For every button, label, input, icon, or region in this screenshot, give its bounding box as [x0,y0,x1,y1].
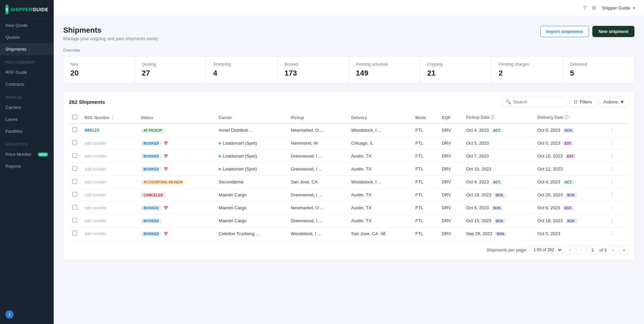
row-checkbox-1[interactable] [72,140,77,145]
user-menu[interactable]: Shipper Guide ▼ [602,5,636,11]
th-carrier: Carrier [215,112,288,124]
page-size-select[interactable]: 1-50 of 262 [529,246,563,254]
row-checkbox-8[interactable] [72,231,77,236]
sidebar-nav-item-new-quote[interactable]: New Quote [0,19,54,31]
delivery-date-3: Oct 12, 2023 [538,166,563,172]
search-icon: 🔍 [506,99,511,104]
row-more-button-7[interactable]: ⋮ [607,217,617,224]
card-tendering[interactable]: Tendering 4 [206,56,278,83]
card-delivered-value: 5 [570,69,627,78]
search-box[interactable]: 🔍 [502,97,567,107]
page-subtitle: Manage your ongoing and past shipments e… [63,36,158,41]
facilities-label: Facilities [5,129,23,134]
delivery-date-4: Oct 4, 2023 ACT. [538,179,574,184]
row-more-button-3[interactable]: ⋮ [607,165,617,173]
info-icon[interactable]: i [5,310,14,319]
bol-add-5[interactable]: add number [85,193,106,197]
row-more-button-5[interactable]: ⋮ [607,191,617,198]
pickup-tag-6: SCH. [491,206,503,210]
card-ongoing[interactable]: Ongoing 21 [420,56,492,83]
card-new-label: New [70,62,128,67]
delivery-2: Austin, TX [351,153,408,159]
app-logo[interactable]: S SHIPPERGUIDE [0,0,54,19]
row-checkbox-6[interactable] [72,205,77,210]
shipments-table-container: 262 Shipments 🔍 ☷ Filters Actions ▼ [63,91,634,260]
page-number-input[interactable] [587,245,598,255]
row-checkbox-3[interactable] [72,166,77,171]
pickup-tag-0: ACT. [491,128,502,133]
pickup-date-2: Oct 7, 2023 [466,153,489,159]
bol-add-6[interactable]: add number [85,206,106,210]
carrier-1: ▶Loadsmart (Spot) [219,141,284,146]
search-input[interactable] [513,99,563,104]
pickup-5: Greenwood, I ... [291,192,322,197]
row-checkbox-4[interactable] [72,179,77,184]
th-bol: BOL Number ⋮ [81,112,137,124]
row-more-button-2[interactable]: ⋮ [607,152,617,160]
sidebar-nav-item-facilities[interactable]: Facilities [0,125,54,137]
delivery-5: Austin, TX [351,192,408,197]
bol-add-3[interactable]: add number [85,167,106,172]
mode-8: FTL [415,231,423,236]
sidebar-nav-item-price-monitor[interactable]: Price Monitor NEW [0,148,54,160]
status-badge-8: BOOKED [141,231,162,237]
row-checkbox-2[interactable] [72,153,77,158]
bol-add-2[interactable]: add number [85,154,106,159]
card-pending-schedule-label: Pending schedule [356,62,413,67]
carrier-8: Celedon Truckeng ... [219,231,260,236]
price-monitor-badge: NEW [38,152,48,157]
sidebar-nav-item-shipments[interactable]: Shipments [0,43,54,55]
bol-add-8[interactable]: add number [85,231,106,236]
card-quoting[interactable]: Quoting 27 [135,56,206,83]
header-actions: Import shipments New shipment [540,26,634,37]
row-checkbox-5[interactable] [72,192,77,197]
row-more-button-4[interactable]: ⋮ [607,178,617,185]
card-pending-charges[interactable]: Pending charges 2 [492,56,563,83]
settings-icon[interactable]: ⚙ [592,5,596,11]
page-next-button[interactable]: › [608,245,618,255]
import-shipments-button[interactable]: Import shipments [540,26,589,37]
calendar-icon-1: 📅 [163,141,168,145]
delivery-4: Woodstock, I ... [351,179,408,184]
table-title: 262 Shipments [69,99,105,105]
row-more-button-0[interactable]: ⋮ [607,127,617,134]
bol-add-7[interactable]: add number [85,218,106,223]
new-shipment-button[interactable]: New shipment [592,26,634,37]
table-controls: 🔍 ☷ Filters Actions ▼ [502,97,629,107]
select-all-checkbox[interactable] [72,115,77,119]
actions-button[interactable]: Actions ▼ [599,97,629,107]
card-delivered[interactable]: Delivered 5 [563,56,634,83]
status-badge-1: BOOKED [141,141,162,146]
card-pending-charges-label: Pending charges [499,62,556,67]
bol-sort-icon[interactable]: ⋮ [111,115,115,120]
sidebar-nav-item-rfp-guide[interactable]: RFP Guide [0,66,54,78]
bol-add-1[interactable]: add number [85,141,106,146]
row-more-button-6[interactable]: ⋮ [607,204,617,211]
page-prev-button[interactable]: ‹ [576,245,586,255]
pickup-2: Greenwood, I ... [291,153,322,159]
mode-7: FTL [415,218,423,223]
bol-link-0[interactable]: 889123 [85,128,99,133]
page-last-button[interactable]: » [619,245,629,255]
card-booked[interactable]: Booked 173 [278,56,349,83]
sidebar-nav-item-reports[interactable]: Reports [0,160,54,172]
row-checkbox-0[interactable] [72,127,77,132]
pickup-date-8: Sep 29, 2023 SCH. [466,231,506,236]
row-checkbox-7[interactable] [72,218,77,223]
page-first-button[interactable]: « [565,245,575,255]
calendar-icon-3: 📅 [163,167,168,171]
sidebar-nav-item-carriers[interactable]: Carriers [0,101,54,113]
page-per-label: Shipments per page: 1-50 of 262 [486,246,563,254]
sidebar-nav-item-quotes[interactable]: Quotes [0,31,54,43]
filters-button[interactable]: ☷ Filters [569,97,596,107]
row-more-button-8[interactable]: ⋮ [607,230,617,237]
sidebar-nav-item-contracts[interactable]: Contracts [0,78,54,90]
card-new[interactable]: New 20 [64,56,135,83]
help-icon[interactable]: ? [583,5,586,11]
card-booked-value: 173 [284,69,342,78]
card-pending-schedule-value: 149 [356,69,413,78]
row-more-button-1[interactable]: ⋮ [607,140,617,147]
sidebar-nav-item-lanes[interactable]: Lanes [0,113,54,125]
card-pending-schedule[interactable]: Pending schedule 149 [349,56,420,83]
bol-add-4[interactable]: add number [85,180,106,184]
